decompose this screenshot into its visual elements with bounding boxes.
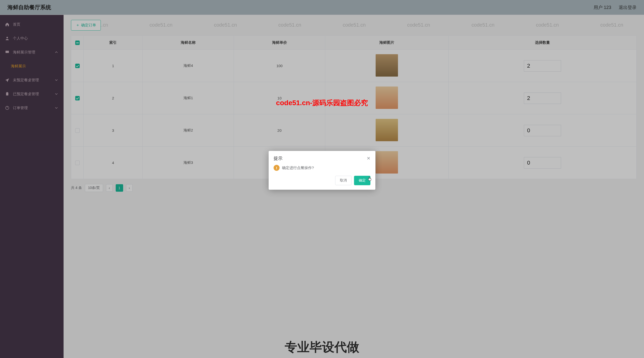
confirm-dialog: 提示 ✕ ! 确定进行点餐操作? 取消 确定 bbox=[268, 151, 376, 190]
modal-backdrop[interactable]: 提示 ✕ ! 确定进行点餐操作? 取消 确定 bbox=[0, 0, 644, 358]
warning-icon: ! bbox=[274, 165, 280, 171]
confirm-button[interactable]: 确定 bbox=[354, 176, 370, 185]
dialog-message: 确定进行点餐操作? bbox=[282, 165, 314, 170]
dialog-title: 提示 bbox=[274, 155, 282, 161]
cancel-button[interactable]: 取消 bbox=[335, 176, 352, 185]
close-icon[interactable]: ✕ bbox=[367, 156, 370, 161]
